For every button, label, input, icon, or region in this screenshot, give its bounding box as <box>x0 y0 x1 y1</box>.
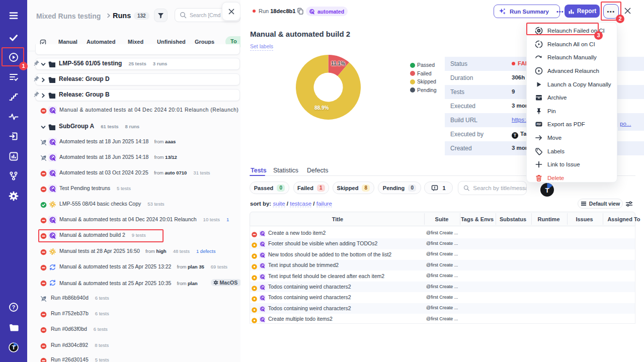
svg-text:T: T <box>545 187 549 194</box>
svg-text:PDF: PDF <box>536 124 541 126</box>
